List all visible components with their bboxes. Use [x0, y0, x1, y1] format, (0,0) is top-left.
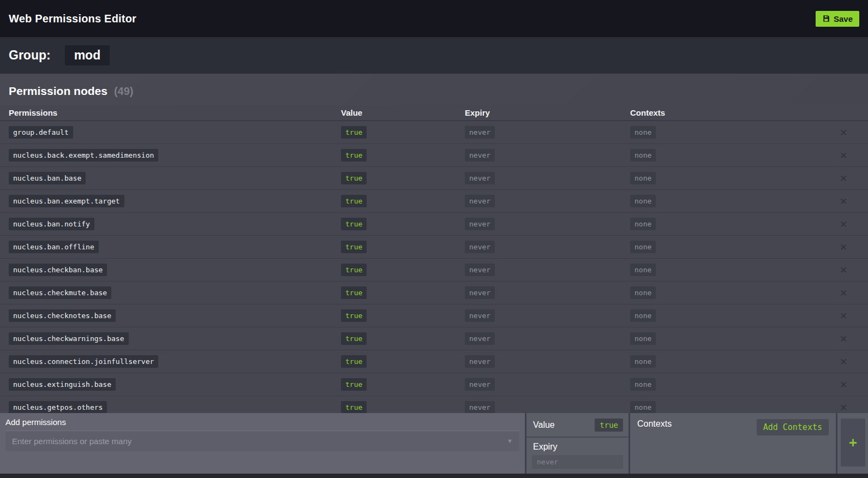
delete-row-icon[interactable]: ✕: [819, 356, 868, 367]
group-name-badge: mod: [65, 45, 110, 65]
table-row: nucleus.extinguish.base true never none …: [0, 373, 868, 396]
table-row: nucleus.checkmute.base true never none ✕: [0, 282, 868, 304]
value-badge[interactable]: true: [341, 355, 367, 368]
permission-node-badge: nucleus.checkmute.base: [9, 286, 111, 299]
contexts-badge[interactable]: none: [630, 172, 656, 184]
delete-row-icon[interactable]: ✕: [819, 402, 868, 413]
delete-row-icon[interactable]: ✕: [819, 288, 868, 298]
expiry-badge[interactable]: never: [465, 355, 495, 368]
contexts-badge[interactable]: none: [630, 149, 656, 162]
permission-node-badge: nucleus.getpos.others: [9, 401, 107, 414]
plus-icon: +: [849, 436, 857, 449]
value-badge[interactable]: true: [341, 401, 367, 414]
table-row: nucleus.checknotes.base true never none …: [0, 304, 868, 327]
add-permissions-label: Add permissions: [5, 417, 519, 427]
permission-node-badge: nucleus.ban.base: [9, 172, 86, 184]
table-row: nucleus.ban.base true never none ✕: [0, 167, 868, 190]
delete-row-icon[interactable]: ✕: [819, 333, 868, 344]
value-badge[interactable]: true: [341, 195, 367, 207]
permission-nodes-heading: Permission nodes (49): [0, 74, 868, 105]
contexts-badge[interactable]: none: [630, 195, 656, 207]
expiry-input[interactable]: [532, 455, 623, 469]
table-row: nucleus.checkban.base true never none ✕: [0, 259, 868, 282]
value-badge[interactable]: true: [341, 309, 367, 322]
table-row: group.default true never none ✕: [0, 121, 868, 144]
contexts-badge[interactable]: none: [630, 218, 656, 230]
expiry-badge[interactable]: never: [465, 264, 495, 276]
delete-row-icon[interactable]: ✕: [819, 219, 868, 230]
expiry-badge[interactable]: never: [465, 241, 495, 253]
value-badge[interactable]: true: [341, 149, 367, 162]
table-row: nucleus.ban.notify true never none ✕: [0, 213, 868, 236]
contexts-badge[interactable]: none: [630, 264, 656, 276]
value-toggle[interactable]: true: [595, 419, 623, 432]
permission-rows: group.default true never none ✕ nucleus.…: [0, 121, 868, 419]
expiry-badge[interactable]: never: [465, 149, 495, 162]
value-badge[interactable]: true: [341, 126, 367, 139]
table-row: nucleus.ban.offline true never none ✕: [0, 236, 868, 259]
permission-node-badge: nucleus.checknotes.base: [9, 309, 116, 322]
add-permissions-section: Add permissions ▼: [0, 413, 525, 474]
delete-row-icon[interactable]: ✕: [819, 242, 868, 253]
value-badge[interactable]: true: [341, 241, 367, 253]
value-badge[interactable]: true: [341, 264, 367, 276]
expiry-badge[interactable]: never: [465, 195, 495, 207]
permission-node-badge: nucleus.back.exempt.samedimension: [9, 149, 158, 162]
contexts-badge[interactable]: none: [630, 309, 656, 322]
delete-row-icon[interactable]: ✕: [819, 150, 868, 161]
expiry-badge[interactable]: never: [465, 401, 495, 414]
delete-row-icon[interactable]: ✕: [819, 310, 868, 321]
save-button[interactable]: Save: [816, 11, 859, 27]
expiry-badge[interactable]: never: [465, 378, 495, 391]
add-permission-panel: Add permissions ▼ Value true Expiry Cont…: [0, 413, 868, 478]
contexts-badge[interactable]: none: [630, 241, 656, 253]
group-label: Group:: [9, 48, 51, 63]
add-node-section: +: [837, 413, 868, 474]
value-expiry-section: Value true Expiry: [526, 413, 628, 474]
permissions-input[interactable]: [5, 431, 519, 451]
column-header-permissions: Permissions: [0, 108, 332, 117]
expiry-badge[interactable]: never: [465, 286, 495, 299]
table-row: nucleus.connection.joinfullserver true n…: [0, 350, 868, 373]
add-node-button[interactable]: +: [841, 419, 865, 467]
delete-row-icon[interactable]: ✕: [819, 173, 868, 184]
add-contexts-button[interactable]: Add Contexts: [757, 419, 829, 435]
table-row: nucleus.checkwarnings.base true never no…: [0, 327, 868, 350]
value-badge[interactable]: true: [341, 332, 367, 345]
delete-row-icon[interactable]: ✕: [819, 127, 868, 138]
delete-row-icon[interactable]: ✕: [819, 265, 868, 276]
value-badge[interactable]: true: [341, 286, 367, 299]
contexts-badge[interactable]: none: [630, 355, 656, 368]
value-badge[interactable]: true: [341, 378, 367, 391]
column-header-expiry: Expiry: [456, 108, 621, 117]
permission-node-badge: nucleus.checkwarnings.base: [9, 332, 129, 345]
contexts-badge[interactable]: none: [630, 332, 656, 345]
expiry-badge[interactable]: never: [465, 309, 495, 322]
permission-node-badge: nucleus.ban.offline: [9, 241, 99, 253]
expiry-badge[interactable]: never: [465, 172, 495, 184]
save-icon: [822, 15, 830, 22]
value-badge[interactable]: true: [341, 172, 367, 184]
column-header-value: Value: [332, 108, 456, 117]
contexts-badge[interactable]: none: [630, 286, 656, 299]
group-bar: Group: mod: [0, 37, 868, 74]
contexts-badge[interactable]: none: [630, 378, 656, 391]
delete-row-icon[interactable]: ✕: [819, 196, 868, 207]
table-header-row: Permissions Value Expiry Contexts: [0, 105, 868, 121]
expiry-field-label: Expiry: [526, 438, 628, 455]
value-badge[interactable]: true: [341, 218, 367, 230]
column-header-contexts: Contexts: [621, 108, 819, 117]
permission-node-badge: nucleus.checkban.base: [9, 264, 107, 276]
expiry-badge[interactable]: never: [465, 126, 495, 139]
permission-node-badge: nucleus.connection.joinfullserver: [9, 355, 158, 368]
expiry-badge[interactable]: never: [465, 332, 495, 345]
contexts-badge[interactable]: none: [630, 401, 656, 414]
expiry-badge[interactable]: never: [465, 218, 495, 230]
permission-node-badge: group.default: [9, 126, 73, 139]
permission-node-badge: nucleus.ban.notify: [9, 218, 94, 230]
value-field-label: Value: [533, 420, 555, 430]
delete-row-icon[interactable]: ✕: [819, 379, 868, 390]
contexts-badge[interactable]: none: [630, 126, 656, 139]
contexts-field-label: Contexts: [637, 419, 672, 429]
top-header-bar: Web Permissions Editor Save: [0, 0, 868, 37]
